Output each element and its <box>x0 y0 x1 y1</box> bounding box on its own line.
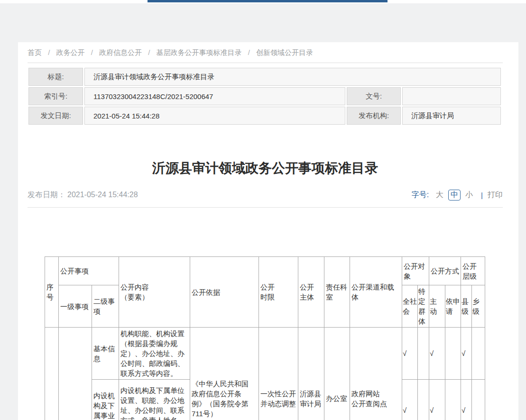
col-header-on-request: 依申 请 <box>445 285 461 328</box>
breadcrumb-item-biaozhun[interactable]: 基层政务公开事项标准目录 <box>157 48 242 56</box>
col-header-serial: 序 号 <box>45 257 59 328</box>
cell-subject: 沂源县 审计局 <box>298 328 324 420</box>
cell-level1-item <box>59 328 92 420</box>
col-header-proactive: 主 动 <box>429 285 445 328</box>
checkmark-cell-township <box>472 380 485 420</box>
col-header-county-level: 县 级 <box>461 285 472 328</box>
checkmark-cell-on-request <box>445 380 461 420</box>
cell-content: 机构职能、机构设置（根据县委编办规定）、办公地址、办公时间、邮政编码、联系方式等… <box>119 328 190 380</box>
top-nav-bar-edge <box>148 0 388 2</box>
col-header-channel: 公开渠道和载 体 <box>350 257 402 328</box>
meta-index-label: 索引号: <box>28 87 83 105</box>
font-size-label: 字号: <box>412 190 429 200</box>
col-header-level1-item: 一级事项 <box>59 285 92 328</box>
col-header-method: 公开方式 <box>429 257 461 285</box>
col-header-basis: 公开依据 <box>190 257 259 328</box>
meta-row-index: 索引号: 11370323004223148C/2021-5200647 文号: <box>28 87 501 105</box>
print-button[interactable]: 打印 <box>488 190 503 200</box>
breadcrumb-item-home[interactable]: 首页 <box>28 48 42 56</box>
col-header-specific-group: 特 定 群 体 <box>418 285 429 328</box>
page-viewport: 首页 / 政务公开 / 政府信息公开 / 基层政务公开事项标准目录 / 创新领域… <box>0 0 526 420</box>
article-meta-divider <box>28 207 503 208</box>
content-card: 首页 / 政务公开 / 政府信息公开 / 基层政务公开事项标准目录 / 创新领域… <box>18 42 518 420</box>
meta-agency-value: 沂源县审计局 <box>402 107 501 125</box>
checkmark-cell-whole-society: √ <box>402 328 418 380</box>
breadcrumb-item-xinxi[interactable]: 政府信息公开 <box>99 48 142 56</box>
article-meta-row: 发布日期：2021-05-24 15:44:28 字号: 大 中 小 | 打印 <box>28 188 503 202</box>
col-header-audience: 公开对 象 <box>402 257 429 285</box>
col-header-level: 公开 层级 <box>461 257 485 285</box>
meta-title-label: 标题: <box>28 68 83 86</box>
meta-docnum-value <box>402 87 501 105</box>
cell-basis: 《中华人民共和国 政府信息公开条 例》（国务院令第 711号） <box>190 328 259 420</box>
catalog-table: 序 号 公开事项 公开内容 （要素） 公开依据 公开 时限 公开 主体 责任科 … <box>45 256 485 420</box>
tools-divider: | <box>481 191 483 199</box>
publish-date: 发布日期：2021-05-24 15:44:28 <box>28 190 138 200</box>
breadcrumb-divider <box>28 63 503 63</box>
checkmark-cell-proactive: √ <box>429 328 445 380</box>
checkmark-cell-specific-group <box>418 380 429 420</box>
checkmark-cell-county: √ <box>461 328 472 380</box>
breadcrumb-item-zhengwu[interactable]: 政务公开 <box>56 48 85 56</box>
font-size-small-button[interactable]: 小 <box>465 190 473 200</box>
cell-content: 内设机构及下属单位设置、职能、办公地址、办公时间、联系方式、负责人姓名等。 <box>119 380 190 420</box>
col-header-whole-society: 全社 会 <box>402 285 418 328</box>
publish-date-value: 2021-05-24 15:44:28 <box>67 191 138 199</box>
cell-level2-item: 基本信息 <box>92 328 119 380</box>
checkmark-cell-township <box>472 328 485 380</box>
breadcrumb: 首页 / 政务公开 / 政府信息公开 / 基层政务公开事项标准目录 / 创新领域… <box>28 47 503 58</box>
cell-serial <box>45 328 59 420</box>
cell-time-limit: 一次性公开 并动态调整 <box>259 328 298 420</box>
catalog-row-basic-info: 基本信息 机构职能、机构设置（根据县委编办规定）、办公地址、办公时间、邮政编码、… <box>45 328 485 380</box>
checkmark-cell-specific-group <box>418 328 429 380</box>
breadcrumb-separator: / <box>248 48 250 56</box>
checkmark-cell-proactive: √ <box>429 380 445 420</box>
col-header-subject: 公开 主体 <box>298 257 324 328</box>
breadcrumb-separator: / <box>148 48 150 56</box>
breadcrumb-separator: / <box>91 48 93 56</box>
col-header-level2-item: 二级事 项 <box>92 285 119 328</box>
cell-channel: 政府网站 公开查阅点 <box>350 328 402 420</box>
cell-level2-item: 内设机构及下属事业单位 <box>92 380 119 420</box>
cell-department: 办公室 <box>324 328 350 420</box>
meta-row-title: 标题: 沂源县审计领域政务公开事项标准目录 <box>28 68 501 86</box>
col-header-township-level: 乡 级 <box>472 285 485 328</box>
catalog-header-row-1: 序 号 公开事项 公开内容 （要素） 公开依据 公开 时限 公开 主体 责任科 … <box>45 257 485 285</box>
col-header-disclosure-item: 公开事项 <box>59 257 119 285</box>
meta-title-value: 沂源县审计领域政务公开事项标准目录 <box>84 68 501 86</box>
meta-docnum-label: 文号: <box>347 87 401 105</box>
meta-date-label: 发文日期: <box>28 107 83 125</box>
meta-agency-label: 发布机构: <box>347 107 401 125</box>
font-size-tools: 字号: 大 中 小 | 打印 <box>412 190 503 201</box>
col-header-time-limit: 公开 时限 <box>259 257 298 328</box>
checkmark-cell-county: √ <box>461 380 472 420</box>
meta-row-date: 发文日期: 2021-05-24 15:44:28 发布机构: 沂源县审计局 <box>28 107 501 125</box>
publish-date-label: 发布日期： <box>28 191 65 199</box>
checkmark-cell-whole-society: √ <box>402 380 418 420</box>
col-header-content: 公开内容 （要素） <box>119 257 190 328</box>
font-size-medium-button[interactable]: 中 <box>448 190 461 201</box>
breadcrumb-item-chuangxin[interactable]: 创新领域公开目录 <box>256 48 313 56</box>
breadcrumb-separator: / <box>48 48 50 56</box>
meta-date-value: 2021-05-24 15:44:28 <box>84 107 345 125</box>
document-meta-table: 标题: 沂源县审计领域政务公开事项标准目录 索引号: 1137032300422… <box>27 66 502 126</box>
col-header-department: 责任科 室 <box>324 257 350 328</box>
meta-index-value: 11370323004223148C/2021-5200647 <box>84 87 345 105</box>
page-title: 沂源县审计领域政务公开事项标准目录 <box>28 159 503 178</box>
checkmark-cell-on-request <box>445 328 461 380</box>
font-size-large-button[interactable]: 大 <box>436 190 443 200</box>
